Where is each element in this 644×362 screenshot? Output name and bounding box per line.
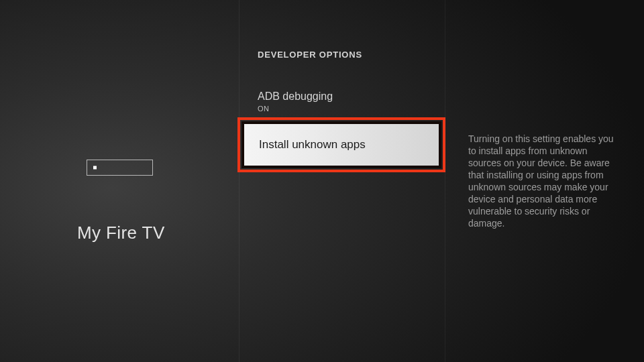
menu-item-status: ON [258, 105, 427, 113]
menu-item-adb-debugging[interactable]: ADB debugging ON [258, 90, 427, 113]
options-panel: DEVELOPER OPTIONS ADB debugging ON [239, 0, 445, 362]
page-title: My Fire TV [77, 223, 165, 243]
setting-description: Turning on this setting enables you to i… [468, 133, 621, 229]
section-heading: DEVELOPER OPTIONS [258, 50, 362, 60]
selected-button: Install unknown apps [244, 124, 439, 166]
menu-item-label: ADB debugging [258, 90, 427, 103]
progress-indicator [87, 160, 153, 176]
progress-dot [93, 166, 97, 170]
description-panel: Turning on this setting enables you to i… [445, 0, 644, 362]
menu-item-install-unknown-apps[interactable]: Install unknown apps [237, 117, 445, 172]
left-panel: My Fire TV [0, 0, 239, 362]
menu-item-label: Install unknown apps [244, 138, 366, 152]
